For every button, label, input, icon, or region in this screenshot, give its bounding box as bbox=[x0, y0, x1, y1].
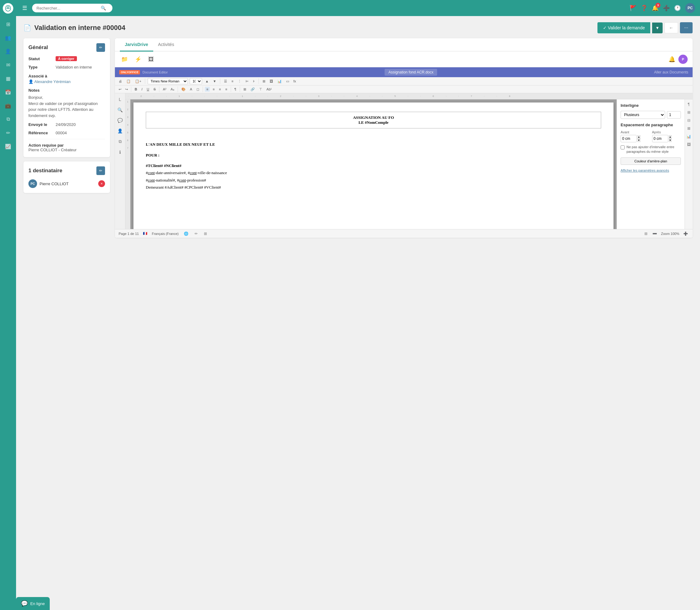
bolt-button[interactable]: ⚡ bbox=[134, 55, 143, 64]
back-button[interactable]: ← bbox=[665, 22, 678, 33]
subscript-button[interactable]: A₂ bbox=[169, 87, 175, 92]
user-avatar[interactable]: PC bbox=[685, 3, 695, 13]
font-size-down[interactable]: ▼ bbox=[212, 79, 217, 84]
interligne-input[interactable] bbox=[667, 111, 681, 118]
sidebar-item-profile[interactable]: 👤 bbox=[2, 46, 14, 57]
underline-button[interactable]: U bbox=[145, 87, 151, 92]
justify-button[interactable]: ≡ bbox=[224, 87, 229, 92]
far-right-para[interactable]: ¶ bbox=[687, 101, 690, 108]
header-button[interactable]: ⊤ bbox=[258, 87, 264, 92]
sidebar-item-grid[interactable]: ⊞ bbox=[2, 18, 14, 30]
apres-input[interactable] bbox=[652, 135, 668, 142]
bell-icon[interactable]: 🔔 bbox=[668, 56, 675, 63]
far-right-expand[interactable]: ⊠ bbox=[686, 125, 691, 131]
folder-button[interactable]: 📁 bbox=[120, 55, 129, 64]
statusbar-table-button[interactable]: ⊞ bbox=[203, 230, 208, 237]
avant-spin-up[interactable]: ▲ bbox=[637, 135, 640, 139]
font-selector[interactable]: Times New Roman bbox=[147, 78, 188, 84]
flag-icon[interactable]: 🚩 bbox=[629, 5, 636, 12]
strikethrough-button[interactable]: S bbox=[152, 87, 157, 92]
interligne-select[interactable]: Plusieurs bbox=[621, 111, 665, 119]
statusbar-edit-button[interactable]: ✏ bbox=[194, 230, 199, 237]
oo-nav-link[interactable]: Aller aux Documents bbox=[654, 70, 688, 75]
app-logo[interactable] bbox=[3, 3, 13, 14]
statusbar-table2-button[interactable]: ⊞ bbox=[643, 230, 649, 237]
sidebar-item-dashboard[interactable]: ▦ bbox=[2, 73, 14, 84]
tab-activites[interactable]: Activités bbox=[153, 38, 179, 51]
shape-button[interactable]: ▭ bbox=[285, 79, 290, 84]
highlight-button[interactable]: 🎨 bbox=[180, 87, 187, 92]
table-insert-button[interactable]: ⊞ bbox=[242, 87, 248, 92]
undo-button[interactable]: ↩ bbox=[118, 87, 123, 92]
zoom-out-button[interactable]: ➖ bbox=[652, 230, 658, 237]
associe-link[interactable]: 👤 Alexandre Yérémian bbox=[28, 79, 71, 84]
font-color-button[interactable]: A bbox=[188, 87, 194, 92]
copy-tool-icon[interactable]: ⧉ bbox=[118, 138, 123, 145]
list-button2[interactable]: ≡ bbox=[230, 79, 234, 84]
notification-icon[interactable]: 🔔 3 bbox=[652, 5, 658, 12]
print-button[interactable]: 🖨 bbox=[118, 79, 123, 84]
sidebar-item-edit[interactable]: ✏ bbox=[2, 127, 14, 138]
table-button[interactable]: ⊞ bbox=[261, 79, 267, 84]
link-button[interactable]: 🔗 bbox=[249, 87, 256, 92]
formula-button[interactable]: fx bbox=[292, 79, 297, 84]
superscript-button[interactable]: A² bbox=[161, 87, 168, 92]
sidebar-item-projects[interactable]: 💼 bbox=[2, 100, 14, 111]
list-button3[interactable]: ⋮ bbox=[237, 79, 243, 84]
align-center-button[interactable]: ≡ bbox=[211, 87, 216, 92]
globe-button[interactable]: 🌐 bbox=[183, 230, 189, 237]
add-icon[interactable]: ➕ bbox=[663, 5, 670, 12]
paste-button[interactable]: 📋+ bbox=[134, 79, 142, 84]
background-color-button[interactable]: Couleur d'arrière-plan bbox=[621, 158, 681, 165]
copy-button[interactable]: 📋 bbox=[125, 79, 132, 84]
sidebar-item-analytics[interactable]: 📈 bbox=[2, 141, 14, 152]
clear-format-button[interactable]: ◻ bbox=[195, 87, 201, 92]
no-space-checkbox[interactable] bbox=[621, 145, 625, 149]
font-size-up[interactable]: ▲ bbox=[204, 79, 210, 84]
image-insert-button[interactable]: 🖼 bbox=[268, 79, 274, 84]
indent-button[interactable]: ⊨ bbox=[244, 79, 250, 84]
search-input[interactable] bbox=[36, 6, 98, 11]
chat-widget[interactable]: 💬 En ligne bbox=[16, 597, 50, 610]
clock-icon[interactable]: 🕐 bbox=[674, 5, 681, 12]
info-tool-icon[interactable]: ℹ bbox=[118, 148, 122, 156]
far-right-image[interactable]: 🖼 bbox=[686, 141, 692, 147]
general-edit-button[interactable]: ✏ bbox=[96, 43, 105, 52]
avant-spin-down[interactable]: ▼ bbox=[637, 139, 640, 142]
sidebar-item-layers[interactable]: ⧉ bbox=[2, 114, 14, 125]
image-button[interactable]: 🖼 bbox=[147, 55, 155, 64]
far-right-chart[interactable]: 📊 bbox=[685, 133, 692, 140]
sidebar-item-contacts[interactable]: 👥 bbox=[2, 32, 14, 43]
italic-button[interactable]: I bbox=[140, 87, 144, 92]
align-right-button[interactable]: ≡ bbox=[217, 87, 222, 92]
apres-spin-down[interactable]: ▼ bbox=[669, 139, 672, 142]
redo-button[interactable]: ↪ bbox=[124, 87, 129, 92]
help-icon[interactable]: ❓ bbox=[641, 5, 648, 12]
advanced-params-link[interactable]: Afficher les paramètres avancés bbox=[621, 168, 669, 172]
validate-button[interactable]: ✓ Valider la demande bbox=[597, 22, 650, 33]
avant-input[interactable] bbox=[621, 135, 637, 142]
language-label[interactable]: Français (France) bbox=[152, 232, 178, 236]
validate-dropdown-button[interactable]: ▼ bbox=[652, 22, 662, 33]
sidebar-item-calendar[interactable]: 📅 bbox=[2, 86, 14, 98]
list-button1[interactable]: ☰ bbox=[223, 79, 228, 84]
apres-spin-up[interactable]: ▲ bbox=[669, 135, 672, 139]
far-right-table1[interactable]: ⊞ bbox=[686, 109, 691, 115]
comment-tool-icon[interactable]: 💬 bbox=[116, 117, 124, 124]
menu-button[interactable]: ☰ bbox=[21, 3, 28, 13]
tab-jarvis[interactable]: JarvisDrive bbox=[120, 38, 153, 51]
outdent-button[interactable]: ⊧ bbox=[252, 79, 256, 84]
recipient-remove-button[interactable]: × bbox=[98, 180, 105, 187]
paragraph-button[interactable]: ¶ bbox=[233, 87, 238, 92]
more-button[interactable]: ··· bbox=[680, 22, 693, 33]
chart-button[interactable]: 📊 bbox=[276, 79, 283, 84]
far-right-table2[interactable]: ⊟ bbox=[686, 117, 691, 124]
recipient-edit-button[interactable]: ✏ bbox=[96, 166, 105, 175]
zoom-in-button[interactable]: ➕ bbox=[682, 230, 689, 237]
font-size-selector[interactable]: 10 bbox=[190, 78, 202, 84]
sidebar-item-mail[interactable]: ✉ bbox=[2, 59, 14, 70]
zoom-tool-icon[interactable]: 🔍 bbox=[116, 106, 124, 114]
align-left-button[interactable]: ≡ bbox=[205, 87, 210, 92]
bold-button[interactable]: B bbox=[133, 87, 139, 92]
person-tool-icon[interactable]: 👤 bbox=[116, 127, 124, 134]
